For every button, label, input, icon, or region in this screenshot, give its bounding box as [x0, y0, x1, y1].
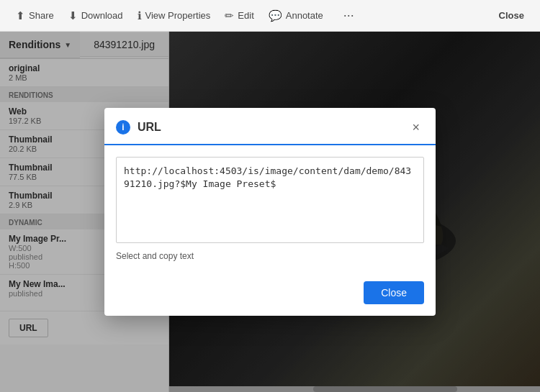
modal-footer: Close — [104, 273, 436, 316]
modal-body: Select and copy text — [104, 145, 436, 273]
share-label: Share — [29, 10, 54, 21]
annotate-icon: 💬 — [269, 9, 282, 22]
modal-overlay: i URL × Select and copy text Close — [0, 32, 540, 392]
modal-close-x-button[interactable]: × — [408, 119, 424, 135]
download-button[interactable]: ⬇ Download — [61, 0, 130, 31]
share-icon: ⬆ — [16, 9, 25, 22]
view-properties-button[interactable]: ℹ View Properties — [130, 0, 218, 31]
edit-icon: ✏ — [225, 9, 234, 22]
modal-info-icon: i — [116, 120, 130, 135]
modal-title: URL — [138, 121, 408, 134]
main-content: Renditions ▼ 84391210.jpg original 2 MB … — [0, 32, 540, 392]
download-label: Download — [81, 10, 123, 21]
annotate-button[interactable]: 💬 Annotate — [261, 0, 330, 31]
select-copy-hint: Select and copy text — [116, 251, 424, 261]
edit-button[interactable]: ✏ Edit — [217, 0, 261, 31]
toolbar: ⬆ Share ⬇ Download ℹ View Properties ✏ E… — [0, 0, 540, 32]
close-button[interactable]: Close — [492, 10, 531, 21]
more-options-button[interactable]: ··· — [330, 0, 367, 31]
annotate-label: Annotate — [286, 10, 323, 21]
share-button[interactable]: ⬆ Share — [9, 0, 61, 31]
more-dots-icon: ··· — [338, 8, 360, 23]
view-properties-label: View Properties — [145, 10, 211, 21]
download-icon: ⬇ — [68, 9, 78, 22]
modal-close-button[interactable]: Close — [364, 281, 424, 304]
edit-label: Edit — [238, 10, 253, 21]
modal-header: i URL × — [104, 108, 436, 145]
url-textarea[interactable] — [116, 157, 424, 243]
info-icon: ℹ — [138, 9, 142, 22]
url-modal: i URL × Select and copy text Close — [104, 108, 436, 316]
